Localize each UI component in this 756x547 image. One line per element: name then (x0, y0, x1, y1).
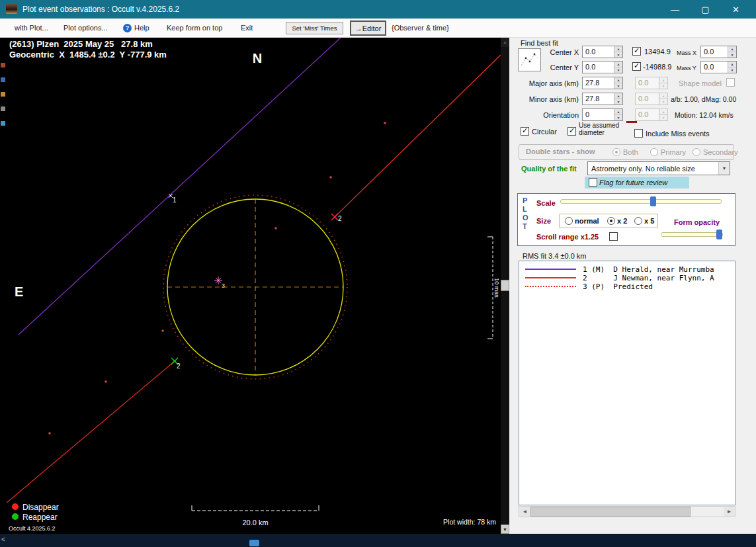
double-stars-secondary-radio[interactable] (693, 148, 700, 156)
spin-up-icon[interactable]: ▲ (614, 77, 622, 83)
find-best-fit-button[interactable] (518, 48, 541, 71)
mass-y-spinner[interactable]: 0.0 ▲▼ (700, 61, 737, 73)
scale-slider[interactable] (560, 196, 722, 206)
quality-of-fit-combobox[interactable]: Astrometry only. No reliable size ▼ (587, 161, 730, 175)
menu-exit[interactable]: Exit (241, 24, 253, 32)
set-miss-times-button[interactable]: Set 'Miss' Times (286, 22, 343, 34)
spin-buttons[interactable]: ▲▼ (614, 46, 622, 58)
spin-up-icon[interactable]: ▲ (614, 93, 622, 99)
plot-letter: T (523, 222, 528, 231)
slider-thumb[interactable] (650, 196, 656, 206)
use-assumed-diameter-checkbox[interactable] (567, 127, 576, 136)
major-axis-spinner[interactable]: 27.8 ▲▼ (582, 77, 623, 89)
spin-buttons[interactable]: ▲▼ (614, 62, 622, 73)
spin-up-icon[interactable]: ▲ (728, 62, 736, 67)
menu-plot-options[interactable]: Plot options... (63, 24, 108, 32)
minor-axis-value: 27.8 (583, 93, 614, 105)
spin-buttons[interactable]: ▲▼ (614, 109, 622, 120)
menu-keep-form-on-top[interactable]: Keep form on top (167, 24, 222, 32)
horizontal-scrollbar-thumb[interactable] (530, 507, 691, 517)
center-y-spinner[interactable]: 0.0 ▲▼ (582, 61, 623, 73)
maximize-button[interactable]: ▢ (691, 0, 720, 19)
editor-button[interactable]: →Editor (350, 21, 386, 36)
minor-axis-spinner[interactable]: 27.8 ▲▼ (582, 93, 623, 105)
size-normal-radio[interactable] (565, 217, 573, 225)
form-opacity-label: Form opacity (674, 218, 720, 226)
close-button[interactable]: ✕ (721, 0, 751, 19)
spin-buttons[interactable]: ▲▼ (728, 62, 736, 73)
shape-model-checkbox[interactable] (726, 78, 735, 87)
help-icon[interactable]: ? (123, 24, 132, 32)
chord-1-line-sample (525, 269, 576, 270)
double-stars-group: Double stars - show Both Primary Seconda… (519, 144, 734, 160)
menu-help[interactable]: Help (134, 24, 149, 32)
north-label: N (253, 51, 262, 65)
spin-down-icon[interactable]: ▼ (614, 83, 622, 89)
minor-axis-label: Minor axis (km) (526, 95, 579, 103)
background-app-icon (1, 106, 5, 111)
menu-with-plot[interactable]: with Plot... (15, 24, 48, 32)
plot-vertical-scrollbar[interactable]: ▲ ▼ (501, 38, 509, 534)
spin-buttons[interactable]: ▲▼ (614, 77, 622, 89)
size-x5-label: x 5 (644, 217, 654, 225)
observations-listbox[interactable]: 1 (M) D Herald, near Murrumba 2 J Newman… (519, 261, 735, 505)
orientation-spinner[interactable]: 0 ▲▼ (582, 108, 623, 121)
spin-up-icon[interactable]: ▲ (614, 109, 622, 115)
include-miss-events-checkbox[interactable] (634, 129, 643, 138)
chevron-down-icon[interactable]: ▼ (718, 162, 730, 175)
double-stars-both-radio[interactable] (612, 148, 620, 156)
mass-y-value: 0.0 (701, 62, 728, 73)
taskbar-button[interactable] (249, 540, 259, 546)
spin-down-icon[interactable]: ▼ (614, 115, 622, 120)
chord-2-reappear-label: 2 (177, 362, 181, 370)
scroll-up-icon[interactable]: ▲ (501, 38, 509, 47)
circular-label: Circular (532, 128, 557, 136)
mass-x-checkbox[interactable] (632, 47, 641, 56)
plot-canvas[interactable]: 1 2 2 3 (7, 38, 501, 534)
minimize-button[interactable]: — (660, 0, 690, 19)
vertical-scrollbar-thumb[interactable] (501, 280, 509, 291)
list-item[interactable]: 1 (M) D Herald, near Murrumba (519, 265, 735, 274)
scroll-right-icon[interactable]: ► (724, 507, 735, 517)
chord-3-label: 3 (222, 282, 225, 289)
list-item[interactable]: 2 J Newman, near Flynn, A (519, 274, 735, 282)
scroll-left-icon[interactable]: ◄ (519, 507, 530, 517)
spin-up-icon: ▲ (659, 77, 667, 83)
list-item[interactable]: 3 (P) Predicted (519, 282, 735, 291)
spin-up-icon[interactable]: ▲ (728, 46, 736, 52)
flag-review-checkbox[interactable] (589, 178, 597, 187)
spin-down-icon[interactable]: ▼ (614, 99, 622, 105)
spin-down-icon[interactable]: ▼ (728, 67, 736, 73)
mass-y-checkbox[interactable] (632, 62, 641, 71)
occult-plot-window: Plot event observations : Occult v.4.202… (0, 0, 756, 547)
size-x5-radio[interactable] (634, 217, 642, 225)
spin-up-icon[interactable]: ▲ (614, 62, 622, 67)
size-x2-radio[interactable] (607, 217, 615, 225)
use-assumed-label-line2: diameter (579, 130, 605, 136)
mass-x-spinner[interactable]: 0.0 ▲▼ (700, 46, 737, 58)
major-axis-aux-spinner: 0.0 ▲▼ (635, 77, 668, 89)
list-horizontal-scrollbar[interactable]: ◄ ► (519, 506, 735, 517)
form-opacity-slider[interactable] (661, 230, 723, 239)
center-x-spinner[interactable]: 0.0 ▲▼ (582, 46, 623, 58)
spin-down-icon[interactable]: ▼ (614, 52, 622, 58)
chord-2-disappear-label: 2 (338, 215, 342, 222)
slider-track[interactable] (661, 232, 723, 237)
quality-of-fit-label: Quality of the fit (521, 165, 577, 173)
scroll-range-label: Scroll range x1.25 (536, 233, 599, 241)
disappear-legend-label: Disappear (22, 503, 59, 512)
slider-track[interactable] (560, 199, 722, 204)
spin-buttons[interactable]: ▲▼ (614, 93, 622, 105)
slider-thumb[interactable] (716, 230, 722, 239)
spin-buttons[interactable]: ▲▼ (728, 46, 736, 58)
double-stars-primary-radio[interactable] (650, 148, 658, 156)
background-app-icon (1, 121, 5, 126)
scroll-range-checkbox[interactable] (609, 232, 618, 241)
spin-up-icon[interactable]: ▲ (614, 46, 622, 52)
double-stars-secondary-label: Secondary (703, 148, 738, 156)
spin-down-icon[interactable]: ▼ (728, 52, 736, 58)
circular-checkbox[interactable] (521, 127, 529, 136)
scroll-down-icon[interactable]: ▼ (501, 525, 509, 534)
observer-time-label[interactable]: {Observer & time} (392, 24, 449, 32)
spin-down-icon[interactable]: ▼ (614, 67, 622, 73)
